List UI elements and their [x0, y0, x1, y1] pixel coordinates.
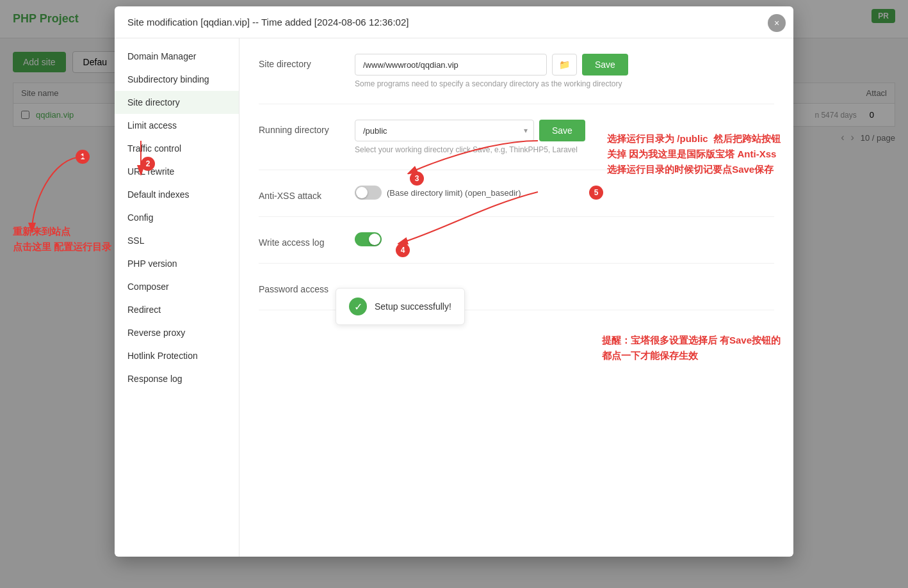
sidebar-item-redirect[interactable]: Redirect: [115, 298, 239, 321]
modal-header: Site modification [qqdian.vip] -- Time a…: [115, 6, 793, 38]
site-directory-controls: 📁 Save Some programs need to specify a s…: [355, 54, 774, 88]
write-log-input-row: [355, 232, 774, 246]
sidebar-label-domain-manager: Domain Manager: [127, 51, 196, 61]
sidebar-label-response-log: Response log: [127, 374, 182, 384]
running-directory-select-wrapper: /public /: [355, 120, 534, 141]
anti-xss-input-row: (Base directory limit) (open_basedir): [355, 186, 774, 200]
write-log-row: Write access log: [259, 232, 774, 264]
site-directory-input-row: 📁 Save: [355, 54, 774, 75]
sidebar-item-traffic-control[interactable]: Traffic control: [115, 137, 239, 160]
sidebar-item-response-log[interactable]: Response log: [115, 367, 239, 390]
sidebar-item-domain-manager[interactable]: Domain Manager: [115, 45, 239, 68]
write-log-toggle[interactable]: [355, 232, 382, 246]
site-directory-input[interactable]: [355, 54, 547, 75]
sidebar-label-subdirectory-binding: Subdirectory binding: [127, 74, 209, 84]
folder-button[interactable]: 📁: [552, 54, 577, 75]
toast-notification: ✓ Setup successfully!: [336, 288, 465, 325]
sidebar-item-php-version[interactable]: PHP version: [115, 252, 239, 275]
toast-text: Setup successfully!: [375, 301, 451, 312]
sidebar-item-site-directory[interactable]: Site directory: [115, 91, 239, 114]
modal-body: Domain Manager Subdirectory binding Site…: [115, 38, 793, 557]
site-directory-save-button[interactable]: Save: [582, 54, 628, 75]
sidebar-item-default-indexes[interactable]: Default indexes: [115, 183, 239, 206]
sidebar-label-hotlink-protection: Hotlink Protection: [127, 351, 198, 361]
anti-xss-toggle[interactable]: [355, 186, 382, 200]
site-directory-row: Site directory 📁 Save Some programs need…: [259, 54, 774, 104]
sidebar-item-url-rewrite[interactable]: URL rewrite: [115, 160, 239, 183]
anti-xss-row: Anti-XSS attack (Base directory limit) (…: [259, 186, 774, 217]
sidebar-item-config[interactable]: Config: [115, 206, 239, 229]
sidebar-item-reverse-proxy[interactable]: Reverse proxy: [115, 321, 239, 344]
sidebar-label-limit-access: Limit access: [127, 120, 177, 131]
modal-sidebar: Domain Manager Subdirectory binding Site…: [115, 38, 239, 557]
sidebar-item-composer[interactable]: Composer: [115, 275, 239, 298]
anti-xss-label: Anti-XSS attack: [259, 186, 355, 201]
modal-title: Site modification [qqdian.vip] -- Time a…: [127, 17, 409, 28]
sidebar-item-ssl[interactable]: SSL: [115, 229, 239, 252]
toast-icon: ✓: [349, 298, 367, 315]
anti-xss-sub: (Base directory limit) (open_basedir): [387, 188, 521, 198]
sidebar-item-subdirectory-binding[interactable]: Subdirectory binding: [115, 68, 239, 91]
running-directory-select[interactable]: /public /: [355, 120, 534, 141]
modal-overlay: Site modification [qqdian.vip] -- Time a…: [0, 0, 908, 588]
annotation-text-2: 选择运行目录为 /public 然后把跨站按钮 关掉 因为我这里是国际版宝塔 A…: [607, 131, 781, 177]
sidebar-item-hotlink-protection[interactable]: Hotlink Protection: [115, 344, 239, 367]
modal-main-content: Site directory 📁 Save Some programs need…: [239, 38, 793, 557]
checkmark-icon: ✓: [354, 301, 362, 313]
toggle-knob-log: [369, 234, 380, 245]
folder-icon: 📁: [559, 60, 570, 70]
modal-dialog: Site modification [qqdian.vip] -- Time a…: [115, 6, 793, 557]
sidebar-label-site-directory: Site directory: [127, 97, 180, 107]
sidebar-item-limit-access[interactable]: Limit access: [115, 114, 239, 137]
sidebar-label-php-version: PHP version: [127, 258, 177, 269]
running-directory-save-button[interactable]: Save: [539, 120, 585, 141]
sidebar-label-ssl: SSL: [127, 235, 144, 246]
site-directory-hint: Some programs need to specify a secondar…: [355, 79, 774, 88]
write-log-label: Write access log: [259, 232, 355, 248]
sidebar-label-default-indexes: Default indexes: [127, 189, 190, 200]
sidebar-label-composer: Composer: [127, 282, 169, 292]
site-directory-label: Site directory: [259, 54, 355, 69]
write-log-controls: [355, 232, 774, 246]
sidebar-label-traffic-control: Traffic control: [127, 143, 181, 154]
running-directory-label: Running directory: [259, 120, 355, 135]
sidebar-label-redirect: Redirect: [127, 305, 161, 315]
sidebar-label-reverse-proxy: Reverse proxy: [127, 328, 185, 338]
modal-close-button[interactable]: ×: [768, 14, 786, 32]
sidebar-label-config: Config: [127, 212, 153, 223]
anti-xss-controls: (Base directory limit) (open_basedir): [355, 186, 774, 200]
toggle-knob: [356, 187, 368, 198]
sidebar-label-url-rewrite: URL rewrite: [127, 166, 174, 177]
annotation-text-3: 提醒：宝塔很多设置选择后 有Save按钮的 都点一下才能保存生效: [602, 333, 781, 363]
